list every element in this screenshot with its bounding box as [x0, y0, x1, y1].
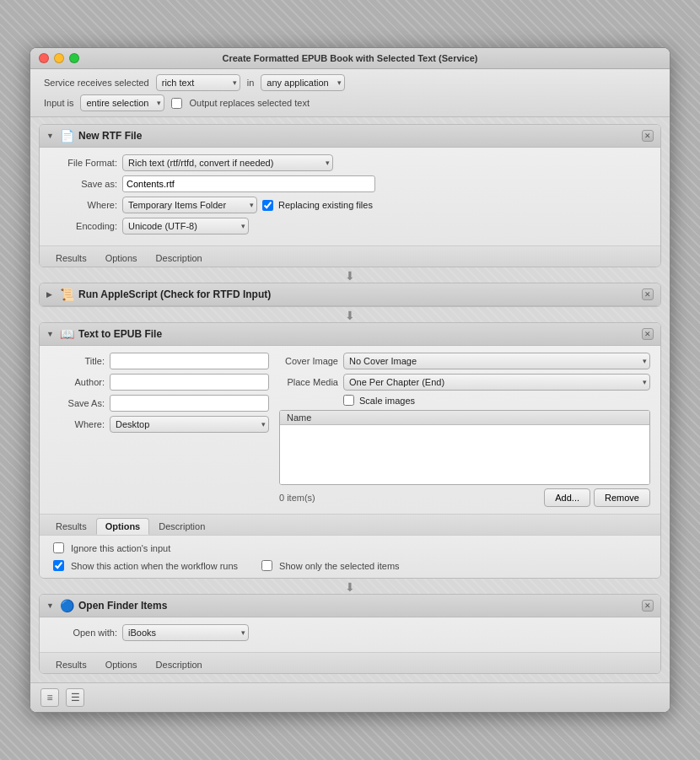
- epub-left: Title: Author: Save As: Where:: [50, 353, 269, 507]
- application-select[interactable]: any application: [261, 74, 345, 91]
- titlebar: Create Formatted EPUB Book with Selected…: [30, 48, 670, 69]
- rtf-where-row: Where: Temporary Items Folder Replacing …: [50, 197, 650, 213]
- epub-cover-label: Cover Image: [279, 356, 338, 366]
- epub-show-action-label: Show this action when the workflow runs: [71, 561, 238, 571]
- list-view-button[interactable]: ≡: [40, 688, 59, 707]
- connector-2: ⬇: [39, 309, 661, 322]
- detail-view-button[interactable]: ☰: [66, 688, 84, 707]
- epub-title-input[interactable]: [110, 353, 269, 369]
- main-window: Create Formatted EPUB Book with Selected…: [30, 47, 670, 713]
- epub-cover-row: Cover Image No Cover Image: [279, 353, 650, 369]
- maximize-button[interactable]: [69, 53, 79, 63]
- rtf-toggle[interactable]: ▼: [46, 132, 55, 140]
- finder-icon: 🔵: [60, 599, 73, 612]
- applescript-toggle[interactable]: ▶: [46, 290, 55, 299]
- epub-media-wrapper: One Per Chapter (End): [343, 374, 650, 391]
- epub-block: ▼ 📖 Text to EPUB File ✕ Title: Author:: [39, 322, 661, 579]
- input-is-label: Input is: [44, 98, 73, 108]
- toolbar: Service receives selected rich text in a…: [30, 69, 670, 117]
- toolbar-row-1: Service receives selected rich text in a…: [44, 74, 656, 91]
- epub-title: Text to EPUB File: [78, 328, 637, 340]
- finder-openwith-row: Open with: iBooks: [50, 624, 650, 641]
- epub-saveas-row: Save As:: [50, 395, 269, 412]
- rtf-where-select[interactable]: Temporary Items Folder: [122, 197, 257, 213]
- rtf-encoding-wrapper: Unicode (UTF-8): [122, 218, 249, 234]
- finder-title: Open Finder Items: [78, 600, 637, 612]
- epub-media-select[interactable]: One Per Chapter (End): [343, 374, 650, 391]
- input-type-select[interactable]: rich text: [156, 74, 240, 91]
- epub-options-panel: Ignore this action's input Show this act…: [40, 535, 660, 578]
- epub-ignore-checkbox[interactable]: [53, 542, 64, 553]
- epub-where-row: Where: Desktop: [50, 416, 269, 433]
- rtf-format-label: File Format:: [50, 158, 117, 168]
- connector-arrow-3: ⬇: [344, 581, 356, 593]
- minimize-button[interactable]: [54, 53, 64, 63]
- rtf-header: ▼ 📄 New RTF File ✕: [40, 125, 660, 148]
- connector-arrow-1: ⬇: [344, 270, 356, 282]
- rtf-format-wrapper: Rich text (rtf/rtfd, convert if needed): [122, 154, 333, 171]
- epub-tab-results[interactable]: Results: [46, 518, 96, 535]
- epub-cover-select[interactable]: No Cover Image: [343, 353, 650, 369]
- workflow-area: ▼ 📄 New RTF File ✕ File Format: Rich tex…: [30, 117, 670, 682]
- close-button[interactable]: [39, 53, 49, 63]
- rtf-saveas-input[interactable]: [122, 175, 375, 192]
- finder-openwith-label: Open with:: [50, 628, 117, 638]
- rtf-tab-description[interactable]: Description: [147, 250, 212, 267]
- rtf-tab-options[interactable]: Options: [96, 250, 147, 267]
- rtf-replacing-checkbox[interactable]: [262, 200, 273, 211]
- finder-toggle[interactable]: ▼: [46, 601, 55, 610]
- input-selection-select[interactable]: entire selection: [80, 94, 164, 111]
- rtf-format-row: File Format: Rich text (rtf/rtfd, conver…: [50, 154, 650, 171]
- epub-btn-group: Add... Remove: [544, 488, 650, 507]
- epub-scale-checkbox[interactable]: [343, 395, 354, 406]
- rtf-encoding-select[interactable]: Unicode (UTF-8): [122, 218, 249, 234]
- epub-file-list-header: Name: [280, 411, 649, 425]
- rtf-format-select[interactable]: Rich text (rtf/rtfd, convert if needed): [122, 154, 333, 171]
- epub-ignore-label: Ignore this action's input: [71, 543, 170, 553]
- finder-tab-results[interactable]: Results: [46, 656, 96, 673]
- toolbar-row-2: Input is entire selection Output replace…: [44, 94, 656, 111]
- epub-icon: 📖: [60, 327, 73, 341]
- in-label: in: [247, 78, 255, 88]
- epub-item-count: 0 item(s): [279, 493, 315, 503]
- service-receives-label: Service receives selected: [44, 78, 149, 88]
- epub-remove-button[interactable]: Remove: [594, 488, 650, 507]
- epub-scale-row: Scale images: [279, 395, 650, 406]
- output-replaces-checkbox[interactable]: [171, 98, 182, 109]
- epub-file-list-body: [280, 425, 649, 484]
- rtf-close-btn[interactable]: ✕: [642, 130, 654, 142]
- epub-add-button[interactable]: Add...: [544, 488, 590, 507]
- epub-title-row: Title:: [50, 353, 269, 369]
- finder-tab-options[interactable]: Options: [96, 656, 147, 673]
- epub-name-column: Name: [287, 412, 311, 423]
- epub-where-select[interactable]: Desktop: [110, 416, 269, 433]
- finder-body: Open with: iBooks: [40, 617, 660, 652]
- epub-close-btn[interactable]: ✕: [642, 328, 654, 340]
- connector-arrow-2: ⬇: [344, 310, 356, 321]
- rtf-replacing-label: Replacing existing files: [278, 200, 373, 210]
- epub-tab-options[interactable]: Options: [96, 518, 150, 535]
- finder-tab-description[interactable]: Description: [147, 656, 212, 673]
- epub-body: Title: Author: Save As: Where:: [40, 346, 660, 514]
- epub-saveas-label: Save As:: [50, 398, 105, 408]
- rtf-tab-results[interactable]: Results: [46, 250, 96, 267]
- applescript-icon: 📜: [60, 288, 73, 301]
- applescript-header: ▶ 📜 Run AppleScript (Check for RTFD Inpu…: [40, 283, 660, 306]
- rtf-tabs: Results Options Description: [40, 245, 660, 267]
- applescript-close-btn[interactable]: ✕: [642, 288, 654, 300]
- finder-block: ▼ 🔵 Open Finder Items ✕ Open with: iBook…: [39, 594, 661, 674]
- epub-cover-wrapper: No Cover Image: [343, 353, 650, 369]
- epub-tab-description[interactable]: Description: [149, 518, 214, 535]
- epub-saveas-input[interactable]: [110, 395, 269, 412]
- rtf-body: File Format: Rich text (rtf/rtfd, conver…: [40, 148, 660, 245]
- epub-show-action-checkbox[interactable]: [53, 560, 64, 571]
- epub-title-label: Title:: [50, 356, 105, 366]
- epub-where-label: Where:: [50, 419, 105, 429]
- epub-show-selected-checkbox[interactable]: [261, 560, 272, 571]
- finder-close-btn[interactable]: ✕: [642, 600, 654, 612]
- applescript-title: Run AppleScript (Check for RTFD Input): [78, 288, 637, 300]
- epub-toggle[interactable]: ▼: [46, 330, 55, 338]
- finder-openwith-select[interactable]: iBooks: [122, 624, 249, 641]
- epub-author-input[interactable]: [110, 374, 269, 391]
- rtf-saveas-label: Save as:: [50, 179, 117, 189]
